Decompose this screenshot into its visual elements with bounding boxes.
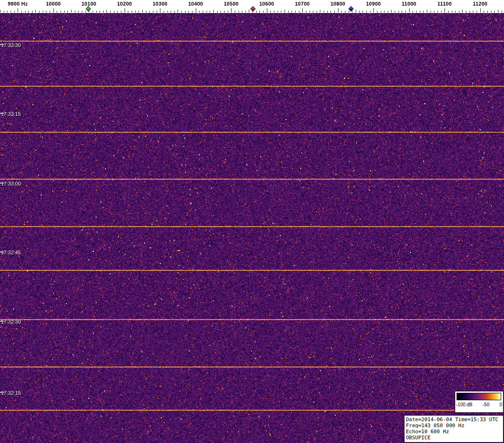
freq-tick-label: 10500 [224, 1, 239, 7]
freq-tick-label: 11200 [473, 1, 487, 7]
freq-tick-label: 10600 [259, 1, 274, 7]
freq-tick-label: 10800 [331, 1, 345, 7]
info-line-echo: Echo=10 600 Hz [406, 429, 502, 435]
amplitude-colorbar: -100 dB -50 0 [455, 391, 504, 413]
freq-tick-label: 11100 [438, 1, 452, 7]
colorbar-mid-label: -50 [483, 402, 489, 407]
freq-tick-label: 11000 [402, 1, 416, 7]
freq-tick-label: 10000 [46, 1, 61, 7]
frequency-ruler[interactable]: 9900 Hz100001010010200103001040010500106… [0, 0, 504, 13]
info-line-date-time: Date=2014-06-04 Time=15:33 UTC [406, 417, 502, 423]
freq-tick-label: 9900 Hz [8, 1, 28, 7]
freq-tick-label: 10300 [153, 1, 167, 7]
colorbar-min-label: -100 dB [456, 402, 472, 407]
colorbar-labels: -100 dB -50 0 [455, 402, 503, 407]
spectrogram-waterfall[interactable] [0, 13, 504, 443]
freq-tick-label: 10900 [366, 1, 381, 7]
observation-info-box: Date=2014-06-04 Time=15:33 UTC Freq=143 … [404, 415, 504, 443]
freq-tick-label: 10200 [117, 1, 132, 7]
freq-tick-label: 10400 [188, 1, 203, 7]
freq-tick-label: 10700 [295, 1, 310, 7]
info-line-station: OBSUPICE [406, 435, 502, 441]
colorbar-gradient [457, 393, 501, 400]
info-line-frequency: Freq=143 050 000 Hz [406, 423, 502, 429]
freq-tick-label: 10100 [81, 1, 96, 7]
colorbar-max-label: 0 [499, 402, 502, 407]
